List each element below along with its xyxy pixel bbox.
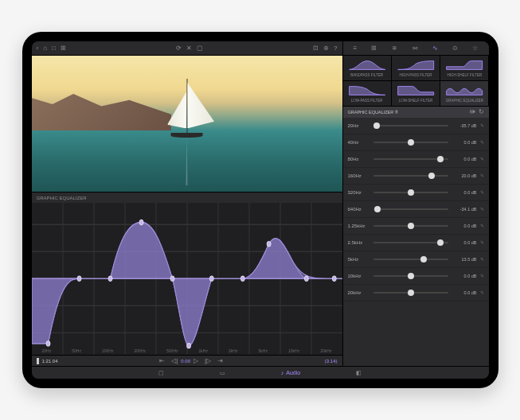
slider-freq: 1.25kHz — [348, 224, 370, 228]
speaker-icon[interactable]: 🕪 — [469, 109, 475, 115]
panel-icon[interactable]: ⊡ — [313, 45, 319, 52]
right-toolbar: ≡ ⊞ ≋ ⫘ ∿ ⊙ ☆ — [343, 41, 489, 56]
video-viewer[interactable] — [32, 56, 342, 192]
slider-value: -35.7 dB — [452, 123, 477, 128]
eq-icon[interactable]: ∿ — [432, 45, 438, 52]
edit-icon[interactable]: ✎ — [480, 290, 484, 295]
filter-presets: BANDPASS FILTERHIGH-PASS FILTERHIGH-SHEL… — [343, 56, 489, 107]
current-time: 0.00 — [181, 359, 190, 364]
slider-track[interactable] — [373, 208, 448, 210]
target-icon[interactable]: ⊙ — [452, 45, 458, 52]
slider-row: 20kHz0.0 dB✎ — [343, 285, 489, 301]
refresh-icon[interactable]: ⟳ — [176, 45, 182, 52]
bottom-bar: ▢ ▭ ♪ Audio ◧ — [32, 366, 489, 379]
slider-value: -34.1 dB — [452, 207, 477, 212]
slider-freq: 320Hz — [348, 190, 370, 195]
frame-icon[interactable]: ▢ — [197, 45, 203, 52]
home-icon[interactable]: ⌂ — [43, 45, 47, 52]
tiles-icon[interactable]: ⊞ — [371, 45, 377, 52]
svg-point-22 — [267, 242, 271, 247]
close-icon[interactable]: ✕ — [186, 45, 192, 52]
slider-track[interactable] — [373, 158, 448, 160]
edit-icon[interactable]: ✎ — [480, 239, 484, 245]
sailboat-image — [186, 79, 187, 134]
edit-icon[interactable]: ✎ — [480, 156, 484, 161]
top-toolbar: ‹ ⌂ □ ⊞ ⟳ ✕ ▢ ⊡ ⊕ ? — [32, 41, 342, 56]
step-back-icon[interactable]: ◁| — [171, 357, 178, 364]
tab-audio[interactable]: ♪ Audio — [281, 370, 300, 375]
slider-freq: 160Hz — [348, 173, 370, 178]
tab-library[interactable]: ▢ — [158, 370, 164, 376]
skip-end-icon[interactable]: ⇥ — [217, 357, 223, 364]
view-icon[interactable]: □ — [52, 45, 56, 52]
slider-row: 160Hz20.0 dB✎ — [343, 168, 489, 185]
slider-track[interactable] — [373, 175, 448, 177]
svg-point-15 — [76, 276, 80, 282]
slider-row: 80Hz0.0 dB✎ — [343, 151, 489, 168]
refresh-icon[interactable]: ↻ — [479, 109, 484, 115]
slider-track[interactable] — [373, 125, 448, 126]
slider-value: 0.0 dB — [452, 157, 477, 161]
slider-row: 320Hz0.0 dB✎ — [343, 185, 489, 201]
timecode: 1:21.04 — [42, 359, 58, 364]
preset-low-pass-filter[interactable]: LOW-PASS FILTER — [343, 81, 391, 106]
back-icon[interactable]: ‹ — [37, 45, 39, 52]
slider-track[interactable] — [373, 142, 448, 143]
slider-row: 5kHz13.5 dB✎ — [343, 251, 489, 268]
app-screen: ‹ ⌂ □ ⊞ ⟳ ✕ ▢ ⊡ ⊕ ? GRAPHIC EQUALIZER — [32, 41, 489, 379]
svg-point-17 — [139, 220, 143, 226]
eq-graph[interactable]: 20Hz50Hz100Hz200Hz500Hz1kHz2kHz5kHz10kHz… — [32, 203, 342, 355]
slider-row: 1.25kHz0.0 dB✎ — [343, 218, 489, 235]
slider-track[interactable] — [373, 242, 448, 243]
slider-freq: 640Hz — [348, 207, 370, 212]
slider-track[interactable] — [373, 292, 448, 294]
edit-icon[interactable]: ✎ — [480, 206, 484, 212]
add-icon[interactable]: ⊕ — [323, 45, 329, 52]
tab-edit[interactable]: ▭ — [220, 370, 225, 376]
slider-value: 0.0 dB — [452, 240, 477, 245]
edit-icon[interactable]: ✎ — [480, 256, 484, 262]
skip-start-icon[interactable]: ⇤ — [159, 357, 165, 364]
edit-icon[interactable]: ✎ — [480, 173, 484, 178]
total-time: (3.14) — [325, 359, 338, 364]
slider-track[interactable] — [373, 225, 448, 227]
slider-value: 0.0 dB — [452, 290, 477, 295]
edit-icon[interactable]: ✎ — [480, 122, 484, 128]
section-title: GRAPHIC EQUALIZER ® — [348, 110, 398, 115]
slider-freq: 80Hz — [348, 157, 370, 161]
preset-low-shelf-filter[interactable]: LOW-SHELF FILTER — [392, 81, 440, 106]
eq-sliders: 20Hz-35.7 dB✎40Hz0.0 dB✎80Hz0.0 dB✎160Hz… — [343, 118, 489, 366]
svg-point-16 — [108, 276, 111, 282]
svg-point-23 — [304, 276, 308, 282]
list-icon[interactable]: ≡ — [354, 45, 358, 52]
preset-bandpass-filter[interactable]: BANDPASS FILTER — [343, 56, 391, 80]
waves-icon[interactable]: ≋ — [392, 45, 397, 52]
step-fwd-icon[interactable]: |▷ — [205, 357, 211, 364]
slider-row: 640Hz-34.1 dB✎ — [343, 201, 489, 218]
slider-freq: 20kHz — [348, 290, 370, 295]
slider-row: 40Hz0.0 dB✎ — [343, 134, 489, 151]
edit-icon[interactable]: ✎ — [480, 189, 484, 195]
play-icon[interactable]: ▷ — [194, 357, 198, 364]
edit-icon[interactable]: ✎ — [480, 273, 484, 278]
preset-graphic-equalizer[interactable]: GRAPHIC EQUALIZER — [440, 81, 488, 106]
slider-track[interactable] — [373, 192, 448, 193]
tab-export[interactable]: ◧ — [356, 370, 362, 376]
slider-row: 10kHz0.0 dB✎ — [343, 268, 489, 285]
scrub-handle[interactable] — [37, 358, 39, 364]
tablet-frame: ‹ ⌂ □ ⊞ ⟳ ✕ ▢ ⊡ ⊕ ? GRAPHIC EQUALIZER — [22, 32, 498, 388]
link-icon[interactable]: ⫘ — [412, 45, 418, 52]
slider-value: 0.0 dB — [452, 140, 477, 145]
edit-icon[interactable]: ✎ — [480, 139, 484, 145]
help-icon[interactable]: ? — [334, 45, 337, 52]
grid-icon[interactable]: ⊞ — [61, 45, 66, 52]
slider-value: 20.0 dB — [452, 173, 477, 178]
edit-icon[interactable]: ✎ — [480, 223, 484, 228]
preset-high-shelf-filter[interactable]: HIGH-SHELF FILTER — [440, 56, 488, 80]
section-header: GRAPHIC EQUALIZER ® 🕪 ↻ — [343, 107, 489, 118]
preset-high-pass-filter[interactable]: HIGH-PASS FILTER — [392, 56, 440, 80]
slider-track[interactable] — [373, 259, 448, 260]
slider-track[interactable] — [373, 275, 448, 277]
transport-bar: 1:21.04 ⇤ ◁| 0.00 ▷ |▷ ⇥ (3.14) — [32, 355, 342, 366]
star-icon[interactable]: ☆ — [472, 45, 478, 52]
